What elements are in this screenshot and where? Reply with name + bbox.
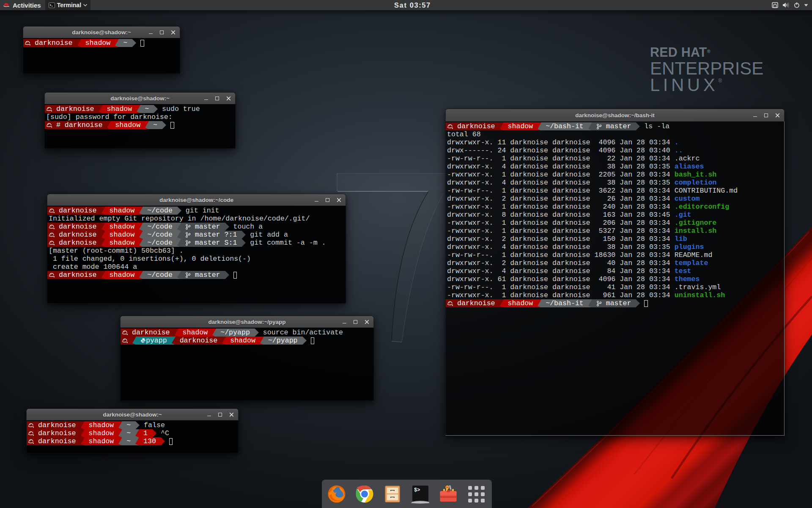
svg-text:$>: $> xyxy=(414,487,420,493)
